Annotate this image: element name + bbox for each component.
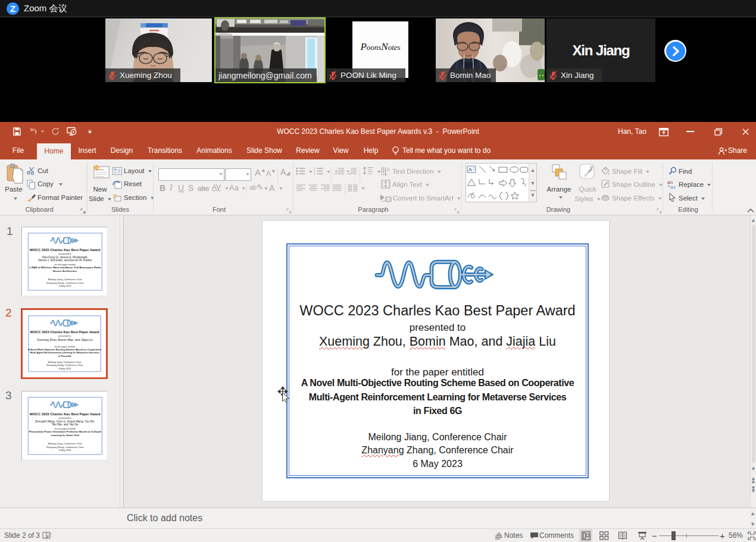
svg-text:c: c (673, 184, 676, 189)
svg-text:A: A (468, 167, 473, 173)
svg-text:A: A (386, 167, 390, 173)
svg-text:3: 3 (314, 173, 315, 176)
